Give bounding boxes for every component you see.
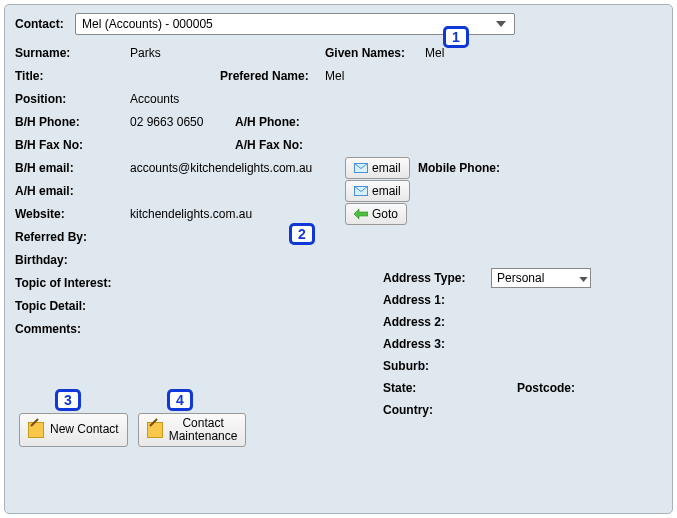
- address-type-dropdown[interactable]: Personal: [491, 268, 591, 288]
- address-block: Address Type: Personal Address 1: Addres…: [383, 267, 663, 421]
- address3-label: Address 3:: [383, 337, 491, 351]
- envelope-icon: [354, 185, 368, 197]
- country-label: Country:: [383, 403, 491, 417]
- bh-fax-label: B/H Fax No:: [15, 138, 130, 152]
- bh-email-button-label: email: [372, 161, 401, 175]
- postcode-label: Postcode:: [517, 381, 575, 395]
- chevron-down-icon: [492, 15, 510, 33]
- ah-fax-label: A/H Fax No:: [235, 138, 335, 152]
- position-value: Accounts: [130, 92, 179, 106]
- suburb-label: Suburb:: [383, 359, 491, 373]
- contact-dropdown-value: Mel (Accounts) - 000005: [82, 17, 213, 31]
- help-badge-4: 4: [167, 389, 193, 411]
- pencil-icon: [147, 422, 163, 438]
- bh-email-label: B/H email:: [15, 161, 130, 175]
- pencil-icon: [28, 422, 44, 438]
- address2-label: Address 2:: [383, 315, 491, 329]
- title-label: Title:: [15, 69, 130, 83]
- new-contact-button[interactable]: New Contact: [19, 413, 128, 447]
- comments-label: Comments:: [15, 322, 130, 336]
- contact-dropdown[interactable]: Mel (Accounts) - 000005: [75, 13, 515, 35]
- referred-by-label: Referred By:: [15, 230, 130, 244]
- given-names-label: Given Names:: [325, 46, 425, 60]
- contact-panel: Contact: Mel (Accounts) - 000005 1 Surna…: [4, 4, 673, 514]
- bh-phone-label: B/H Phone:: [15, 115, 130, 129]
- topic-detail-label: Topic Detail:: [15, 299, 130, 313]
- surname-label: Surname:: [15, 46, 130, 60]
- goto-button-label: Goto: [372, 207, 398, 221]
- new-contact-button-label: New Contact: [50, 423, 119, 436]
- help-badge-3: 3: [55, 389, 81, 411]
- prefered-name-label: Prefered Name:: [220, 69, 325, 83]
- ah-phone-label: A/H Phone:: [235, 115, 335, 129]
- envelope-icon: [354, 162, 368, 174]
- birthday-label: Birthday:: [15, 253, 130, 267]
- address-type-label: Address Type:: [383, 271, 491, 285]
- ah-email-button[interactable]: email: [345, 180, 410, 202]
- contact-maintenance-button[interactable]: Contact Maintenance: [138, 413, 247, 447]
- contact-maintenance-button-label: Contact Maintenance: [169, 417, 238, 443]
- ah-email-button-label: email: [372, 184, 401, 198]
- given-names-value: Mel: [425, 46, 662, 60]
- position-label: Position:: [15, 92, 130, 106]
- chevron-down-icon: [579, 271, 588, 285]
- state-label: State:: [383, 381, 491, 395]
- address-type-value: Personal: [497, 271, 544, 285]
- surname-value: Parks: [130, 46, 325, 60]
- website-label: Website:: [15, 207, 130, 221]
- address1-label: Address 1:: [383, 293, 491, 307]
- mobile-phone-label: Mobile Phone:: [418, 161, 500, 175]
- prefered-name-value: Mel: [325, 69, 344, 83]
- topic-interest-label: Topic of Interest:: [15, 276, 145, 290]
- bh-email-button[interactable]: email: [345, 157, 410, 179]
- arrow-left-icon: [354, 208, 368, 220]
- ah-email-label: A/H email:: [15, 184, 130, 198]
- bh-email-value: accounts@kitchendelights.com.au: [130, 161, 345, 175]
- button-row: New Contact Contact Maintenance: [19, 413, 246, 447]
- website-value: kitchendelights.com.au: [130, 207, 345, 221]
- contact-row: Contact: Mel (Accounts) - 000005: [15, 13, 662, 35]
- goto-button[interactable]: Goto: [345, 203, 407, 225]
- bh-phone-value: 02 9663 0650: [130, 115, 235, 129]
- contact-label: Contact:: [15, 17, 75, 31]
